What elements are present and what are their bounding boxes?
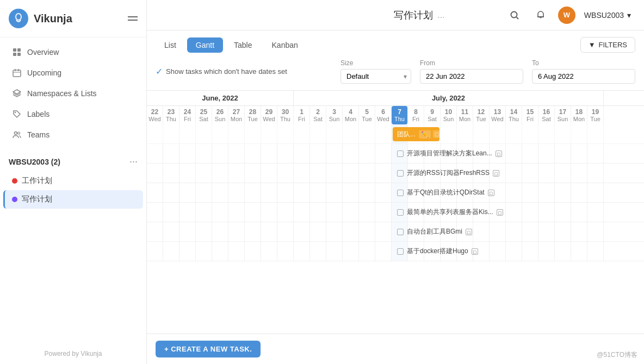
svg-rect-2 (13, 48, 16, 52)
task-cell-0-0 (147, 144, 163, 163)
task-cell-5-26 (571, 242, 587, 261)
task-cell-0-14 (375, 144, 392, 163)
gantt-controls: ✓ Show tasks which don't have dates set … (147, 53, 644, 91)
svg-rect-4 (13, 53, 16, 56)
task-cell-5-11 (326, 242, 343, 261)
day-cell-26-sun: 26Sun (212, 106, 228, 124)
edit-icon[interactable]: ✏️ (419, 130, 431, 139)
app-name: Vikunja (34, 12, 72, 25)
task-cell-4-15 (392, 222, 408, 241)
tab-list[interactable]: List (156, 37, 185, 53)
task-cell-2-5 (228, 183, 245, 202)
size-select[interactable]: Default (340, 69, 411, 84)
sidebar-item-teams[interactable]: Teams (3, 124, 143, 145)
sidebar-item-labels[interactable]: Labels (3, 104, 143, 124)
task-cell-0-21 (490, 144, 506, 163)
task-cell-1-7 (261, 164, 277, 183)
task-cell-5-13 (359, 242, 375, 261)
task-row-5: 基于docker搭建Hugo □ (147, 242, 644, 261)
show-tasks-toggle[interactable]: ✓ Show tasks which don't have dates set (156, 66, 287, 77)
bottom-bar: + CREATE A NEW TASK. (147, 334, 644, 364)
svg-rect-6 (13, 70, 21, 77)
svg-point-11 (15, 132, 17, 135)
filters-button[interactable]: ▼ FILTERS (580, 37, 635, 53)
task-cell-1-0 (147, 164, 163, 183)
svg-rect-5 (17, 53, 21, 56)
from-date-input[interactable] (420, 69, 523, 84)
user-menu[interactable]: WBSU2003 ▾ (584, 11, 631, 20)
task-cell-3-24 (538, 203, 555, 222)
tab-gantt[interactable]: Gantt (187, 37, 223, 53)
project-item-2[interactable]: 写作计划 (3, 190, 143, 209)
gantt-cell-25 (555, 124, 571, 143)
task-cell-2-21 (490, 183, 506, 202)
task-cell-4-1 (163, 222, 179, 241)
sidebar-item-namespaces[interactable]: Namespaces & Lists (3, 83, 143, 104)
task-cell-5-0 (147, 242, 163, 261)
task-cell-1-20 (473, 164, 490, 183)
task-cell-2-6 (245, 183, 261, 202)
task-cell-1-3 (196, 164, 212, 183)
task-cell-5-27 (587, 242, 604, 261)
task-cell-4-21 (490, 222, 506, 241)
day-cell-9-sat: 9Sat (424, 106, 441, 124)
task-cell-1-23 (522, 164, 538, 183)
task-cell-1-4 (212, 164, 228, 183)
task-cell-5-22 (506, 242, 522, 261)
task-cell-1-5 (228, 164, 245, 183)
task-cell-2-0 (147, 183, 163, 202)
search-button[interactable] (506, 7, 523, 24)
nav-label-upcoming: Upcoming (27, 68, 61, 77)
task-bar-team[interactable]: 团队... ✏️ □ (393, 127, 439, 141)
to-date-input[interactable] (532, 69, 635, 84)
task-cell-2-19 (457, 183, 473, 202)
project-item-1[interactable]: 工作计划 (3, 172, 143, 190)
create-task-button[interactable]: + CREATE A NEW TASK. (156, 341, 261, 357)
expand-icon[interactable]: □ (433, 130, 439, 138)
notifications-button[interactable] (532, 7, 549, 24)
workspace-menu-btn[interactable]: ··· (129, 156, 138, 167)
task-cell-1-12 (343, 164, 359, 183)
sidebar: Vikunja Overview Upcoming Namespaces & L… (0, 0, 147, 364)
day-cell-14-thu: 14Thu (506, 106, 522, 124)
grid-icon (12, 47, 22, 57)
task-cell-0-16 (408, 144, 424, 163)
task-row-0: 开源项目管理解决方案Lean... □ (147, 144, 644, 164)
task-cell-2-3 (196, 183, 212, 202)
filter-icon: ▼ (589, 41, 596, 49)
tab-table[interactable]: Table (225, 37, 261, 53)
task-cell-0-17 (424, 144, 441, 163)
task-cell-3-5 (228, 203, 245, 222)
tab-kanban[interactable]: Kanban (263, 37, 307, 53)
hamburger-menu[interactable] (128, 16, 138, 21)
gantt-area[interactable]: June, 2022 July, 2022 22Wed23Thu24Fri25S… (147, 91, 644, 334)
task-cell-4-10 (310, 222, 326, 241)
day-cell-6-wed: 6Wed (375, 106, 392, 124)
sidebar-item-upcoming[interactable]: Upcoming (3, 62, 143, 83)
topbar: 写作计划 ... W WBSU2003 ▾ (147, 0, 644, 30)
gantt-cell-12 (343, 124, 359, 143)
day-cell-25-sat: 25Sat (196, 106, 212, 124)
day-cell-23-thu: 23Thu (163, 106, 179, 124)
task-row-2: 基于Qt的目录统计QDirStat □ (147, 183, 644, 203)
task-cell-4-9 (294, 222, 310, 241)
task-cell-0-12 (343, 144, 359, 163)
task-cell-3-8 (277, 203, 294, 222)
task-cell-3-17 (424, 203, 441, 222)
task-cell-5-2 (179, 242, 196, 261)
sidebar-item-overview[interactable]: Overview (3, 42, 143, 62)
gantt-body: 团队... ✏️ □ 开源项目管理解决方案Lean... □ 开源的RSS订阅器… (147, 124, 644, 315)
task-cell-4-8 (277, 222, 294, 241)
task-cell-1-19 (457, 164, 473, 183)
task-cell-5-1 (163, 242, 179, 261)
avatar: W (558, 7, 575, 24)
task-cell-2-7 (261, 183, 277, 202)
task-cell-4-18 (441, 222, 457, 241)
gantt-cell-7 (261, 124, 277, 143)
task-cell-1-15 (392, 164, 408, 183)
project-dot-1 (12, 178, 17, 184)
size-control: Size Default ▾ (340, 59, 411, 84)
nav-label-overview: Overview (27, 48, 59, 57)
workspace-name: WBSU2003 (2) (9, 158, 60, 166)
tag-icon (12, 109, 22, 119)
